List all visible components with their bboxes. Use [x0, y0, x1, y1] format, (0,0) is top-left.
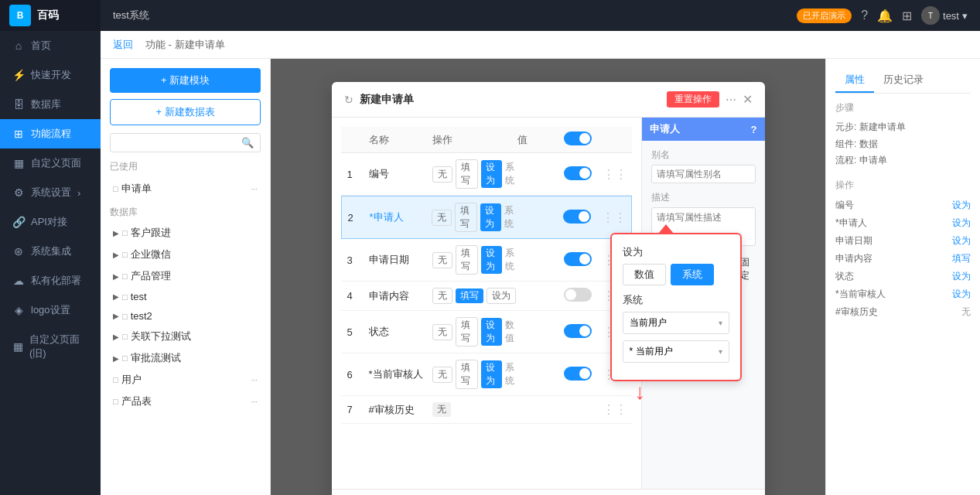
- search-input[interactable]: [117, 138, 238, 148]
- more-icon[interactable]: ⋯: [726, 94, 736, 106]
- toggle[interactable]: [564, 166, 592, 180]
- close-icon[interactable]: ✕: [743, 92, 753, 107]
- alias-input[interactable]: [651, 165, 756, 183]
- sidebar-item-快速开发[interactable]: ⚡快速开发: [0, 60, 101, 90]
- chevron-down-icon: ▾: [719, 319, 722, 327]
- op-fill[interactable]: 填写: [456, 288, 483, 303]
- data-item[interactable]: ▶□客户跟进: [110, 222, 261, 244]
- op-fill[interactable]: 填写: [456, 317, 478, 346]
- toggle[interactable]: [563, 210, 591, 224]
- op-none[interactable]: 无: [432, 402, 451, 417]
- folder-icon: □: [122, 292, 128, 302]
- sidebar-item-自定义页面[interactable]: ▦自定义页面: [0, 148, 101, 178]
- data-item[interactable]: ▶□产品管理: [110, 265, 261, 287]
- sidebar-icon: ⌂: [12, 39, 25, 52]
- data-item[interactable]: □用户···: [110, 369, 261, 391]
- step-item: 组件: 数据: [835, 136, 971, 153]
- op-none[interactable]: 无: [432, 367, 452, 383]
- row-num: 6: [347, 369, 369, 381]
- sidebar-item-自定义页面(旧)[interactable]: ▦自定义页面(旧): [0, 325, 101, 368]
- item-label: 审批流测试: [131, 351, 181, 365]
- op-fill[interactable]: 填写: [455, 203, 477, 232]
- op-none[interactable]: 无: [432, 252, 452, 268]
- op-system[interactable]: 系统: [505, 161, 517, 187]
- table-row: 7 #审核历史 无: [341, 396, 632, 424]
- op-none[interactable]: 无: [432, 324, 452, 340]
- sidebar-icon: ⚙: [12, 186, 25, 199]
- search-box[interactable]: 🔍: [110, 133, 261, 152]
- toggle[interactable]: [564, 288, 592, 302]
- sidebar-item-系统设置[interactable]: ⚙系统设置›: [0, 178, 101, 207]
- help-icon[interactable]: ?: [861, 9, 868, 22]
- drag-handle-icon[interactable]: ⋮⋮: [602, 211, 627, 224]
- table-header: 名称 操作 值: [341, 127, 632, 153]
- prop-row: 编号设为: [835, 196, 971, 214]
- topbar: test系统 已开启演示 ? 🔔 ⊞ T test ▾: [101, 0, 980, 31]
- popup-dropdown1[interactable]: 当前用户 ▾: [623, 312, 729, 334]
- op-set[interactable]: 设为: [480, 203, 501, 231]
- op-set[interactable]: 设为: [481, 318, 502, 346]
- op-system[interactable]: 系统: [504, 204, 516, 230]
- bell-icon[interactable]: 🔔: [877, 9, 893, 23]
- sidebar-item-私有化部署[interactable]: ☁私有化部署: [0, 266, 101, 295]
- sidebar-item-API对接[interactable]: 🔗API对接: [0, 207, 101, 237]
- op-set[interactable]: 设为: [481, 360, 502, 388]
- sidebar-item-首页[interactable]: ⌂首页: [0, 31, 101, 60]
- data-item[interactable]: ▶□审批流测试: [110, 347, 261, 369]
- popup-system-btn[interactable]: 系统: [671, 264, 714, 285]
- tab-history[interactable]: 历史记录: [874, 68, 933, 93]
- drag-handle-icon[interactable]: ⋮⋮: [603, 403, 627, 416]
- op-value[interactable]: 数值: [505, 319, 517, 345]
- grid-icon[interactable]: ⊞: [902, 9, 912, 23]
- op-system[interactable]: 系统: [505, 361, 517, 387]
- popup-value-btn[interactable]: 数值: [623, 264, 666, 285]
- file-icon: □: [113, 375, 118, 384]
- back-link[interactable]: 返回: [113, 38, 133, 52]
- toggle-all[interactable]: [564, 131, 592, 145]
- toggle[interactable]: [564, 367, 592, 381]
- prop-row: 状态设为: [835, 268, 971, 285]
- sidebar-item-label: 快速开发: [31, 68, 71, 82]
- op-none[interactable]: 无: [432, 210, 452, 226]
- data-item[interactable]: ▶□test2: [110, 306, 261, 326]
- prop-row: 申请内容填写: [835, 250, 971, 268]
- used-item[interactable]: □申请单···: [110, 178, 261, 200]
- toggle[interactable]: [564, 324, 592, 338]
- op-none[interactable]: 无: [432, 166, 452, 183]
- data-item[interactable]: ▶□关联下拉测试: [110, 326, 261, 347]
- add-table-button[interactable]: + 新建数据表: [110, 99, 261, 125]
- sidebar-item-数据库[interactable]: 🗄数据库: [0, 90, 101, 119]
- arrow-icon: ›: [77, 187, 80, 199]
- op-set[interactable]: 设为: [481, 246, 502, 274]
- op-fill[interactable]: 填写: [456, 245, 478, 275]
- op-fill[interactable]: 填写: [456, 360, 478, 389]
- sidebar-item-logo设置[interactable]: ◈logo设置: [0, 295, 101, 325]
- file-icon: □: [113, 184, 118, 193]
- sidebar-item-系统集成[interactable]: ⊛系统集成: [0, 237, 101, 266]
- red-arrow-down-icon: ↓: [635, 381, 646, 403]
- user-menu[interactable]: T test ▾: [921, 6, 968, 25]
- sidebar-item-功能流程[interactable]: ⊞功能流程: [0, 119, 101, 148]
- op-system[interactable]: 系统: [505, 247, 517, 273]
- help-icon[interactable]: ?: [751, 124, 757, 135]
- item-actions[interactable]: ···: [251, 376, 258, 384]
- popup-dropdown2[interactable]: * 当前用户 ▾: [623, 340, 729, 363]
- op-none[interactable]: 无: [432, 288, 452, 304]
- tab-attributes[interactable]: 属性: [835, 68, 874, 93]
- left-panel: + 新建模块 + 新建数据表 🔍 已使用 □申请单··· 数据库 ▶□客户跟进▶…: [101, 59, 271, 495]
- op-fill[interactable]: 填写: [456, 159, 478, 189]
- op-set[interactable]: 设为: [481, 160, 502, 188]
- op-set[interactable]: 设为: [487, 288, 516, 304]
- table-area: 名称 操作 值: [332, 118, 641, 489]
- toggle[interactable]: [564, 252, 592, 266]
- data-item[interactable]: ▶□企业微信: [110, 244, 261, 265]
- item-actions[interactable]: ···: [251, 185, 258, 193]
- drag-handle-icon[interactable]: ⋮⋮: [603, 168, 627, 181]
- reload-icon[interactable]: ↻: [344, 94, 353, 106]
- demo-reset-button[interactable]: 重置操作: [667, 91, 719, 108]
- data-item[interactable]: ▶□test: [110, 287, 261, 306]
- item-actions[interactable]: ···: [251, 398, 258, 406]
- add-module-button[interactable]: + 新建模块: [110, 68, 261, 93]
- arrow-icon: ▶: [113, 333, 119, 341]
- data-item[interactable]: □产品表···: [110, 391, 261, 412]
